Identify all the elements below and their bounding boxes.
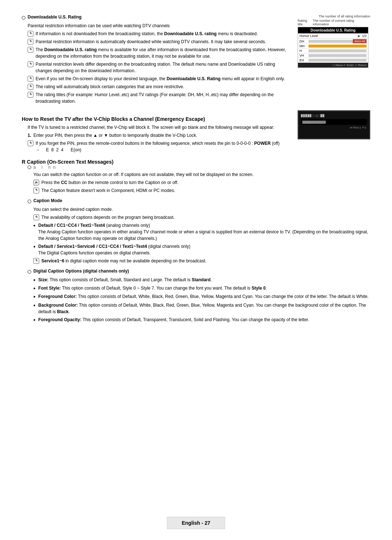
note-item-3: ✎ The Downloadable U.S. rating menu is a… bbox=[28, 46, 290, 60]
fg-opacity-text: Foreground Opacity: This option consists… bbox=[38, 316, 370, 323]
dh-row: DH Allow All bbox=[298, 39, 368, 44]
note-icon-service: ✎ bbox=[33, 258, 39, 264]
note-item-7: ✎ The rating titles (For example: Humor … bbox=[28, 91, 290, 105]
analog-caption-bullet: • Default / CC1~CC4 / Text1~Text4 (analo… bbox=[33, 222, 370, 242]
diagram-nav-text: ◇ Move ↵ Enter ⊃ Return bbox=[332, 64, 367, 67]
bullet-dot-2: • bbox=[33, 243, 36, 250]
caption-note-text-1: Press the CC button on the remote contro… bbox=[41, 179, 370, 186]
humor-level-value: 1/2 bbox=[362, 34, 367, 38]
note-text-1: If information is not downloaded from th… bbox=[36, 30, 290, 37]
fg-color-bullet: • Foreground Color: This option consists… bbox=[33, 293, 370, 300]
humor-level-label: Humor Level bbox=[299, 34, 356, 38]
emergency-escape-left: How to Reset the TV after the V-Chip Blo… bbox=[22, 110, 290, 155]
digital-options-header: Digital Caption Options (digital channel… bbox=[28, 269, 370, 275]
diagram-top-label: The number of all rating information bbox=[298, 15, 370, 18]
r-prefix: R bbox=[22, 159, 25, 165]
bullet-dot-bg: • bbox=[33, 302, 36, 309]
caption-heading-text: Caption (On-Screen Text Messages) bbox=[27, 159, 114, 165]
humor-level-arrow: ▶ bbox=[358, 34, 360, 38]
note-text-6: The rating will automatically block cert… bbox=[36, 83, 290, 90]
diagram-header: Downloadable U.S. Rating bbox=[298, 27, 368, 33]
digital-options-title: Digital Caption Options (digital channel… bbox=[33, 269, 129, 274]
emergency-escape-heading: How to Reset the TV after the V-Chip Blo… bbox=[22, 116, 290, 122]
downloadable-rating-intro: Parental restriction information can be … bbox=[28, 22, 290, 29]
h-bar bbox=[309, 49, 367, 52]
caption-mode-note: ✎ The availability of captions depends o… bbox=[33, 214, 370, 221]
font-style-text: Font Style: This option consists of Defa… bbox=[38, 285, 370, 291]
caption-section: R Caption (On-Screen Text Messages) a i … bbox=[22, 159, 370, 323]
humor-level-row: Humor Level ▶ 1/2 bbox=[298, 33, 368, 39]
font-style-bullet: • Font Style: This option consists of De… bbox=[33, 285, 370, 292]
service-note: ✎ Service1~6 in digital caption mode may… bbox=[33, 258, 370, 264]
tv-screen-text: █████░░▒░██ bbox=[301, 114, 367, 118]
rating-title-label: Rating title bbox=[298, 19, 313, 26]
digital-options-block: Digital Caption Options (digital channel… bbox=[28, 269, 370, 323]
circle-bullet-icon bbox=[22, 16, 25, 20]
dh-label: DH bbox=[299, 40, 309, 43]
dh-bar bbox=[309, 40, 353, 43]
downloadable-rating-section: Downloadable U.S. Rating Parental restri… bbox=[22, 15, 370, 106]
caption-note-text-2: The Caption feature doesn't work in Comp… bbox=[41, 187, 370, 194]
note-text-5: Even if you set the On-screen display to… bbox=[36, 75, 290, 82]
size-text: Size: This option consists of Default, S… bbox=[38, 277, 370, 283]
bg-color-bullet: • Background Color: This option consists… bbox=[33, 302, 370, 315]
caption-on-off-intro: You can switch the caption function on o… bbox=[33, 171, 370, 178]
bullet-dot-fg: • bbox=[33, 293, 36, 300]
mh-bar bbox=[309, 45, 367, 48]
footer-text: English - 27 bbox=[182, 520, 211, 526]
tv-bottom-text: ⊕ Retur p P p bbox=[301, 126, 367, 129]
note-icon-3: ✎ bbox=[28, 47, 33, 53]
tv-black-bar: █████████████ bbox=[301, 119, 367, 125]
digital-caption-text: Default / Service1~Service6 / CC1~CC4 / … bbox=[38, 243, 370, 256]
note-item-6: ✎ The rating will automatically block ce… bbox=[28, 83, 290, 90]
fg-opacity-bullet: • Foreground Opacity: This option consis… bbox=[33, 316, 370, 323]
tv-bar-text: █████████████ bbox=[302, 121, 326, 123]
downloadable-rating-header: Downloadable U.S. Rating bbox=[22, 15, 290, 21]
note-icon-5: ✎ bbox=[28, 76, 33, 82]
eh-bar bbox=[309, 59, 367, 62]
circle-bullet-caption bbox=[28, 165, 31, 169]
emergency-note: ✎ If you forget the PIN, press the remot… bbox=[28, 140, 290, 153]
caption-mode-block: Caption Mode You can select the desired … bbox=[28, 198, 370, 264]
caption-mode-title: Caption Mode bbox=[33, 198, 62, 203]
vh-label: VH bbox=[299, 54, 309, 57]
emergency-tv-screen-col: █████░░▒░██ █████████████ ⊕ Retur p P p bbox=[298, 110, 370, 155]
downloadable-rating-left: Downloadable U.S. Rating Parental restri… bbox=[22, 15, 290, 106]
h-row: H bbox=[298, 49, 368, 53]
note-icon-mode: ✎ bbox=[33, 214, 39, 220]
caption-mode-note-text: The availability of captions depends on … bbox=[41, 214, 370, 221]
current-rating-label: The number of current rating information bbox=[313, 19, 370, 26]
eh-label: EH bbox=[299, 58, 309, 62]
rating-diagram-box: Downloadable U.S. Rating Humor Level ▶ 1… bbox=[298, 27, 368, 68]
emergency-escape-section: How to Reset the TV after the V-Chip Blo… bbox=[22, 110, 370, 155]
caption-mode-header: Caption Mode bbox=[28, 198, 370, 205]
step-text-1: Enter your PIN, then press the ▲ or ▼ bu… bbox=[33, 132, 290, 139]
caption-note-1: ▶ Press the CC button on the remote cont… bbox=[33, 179, 370, 186]
caption-on-off-spaced: a i n bbox=[33, 165, 52, 170]
bg-color-text: Background Color: This option consists o… bbox=[38, 302, 370, 315]
caption-r-heading: R Caption (On-Screen Text Messages) bbox=[22, 159, 114, 165]
bullet-dot-opacity: • bbox=[33, 316, 36, 323]
emergency-escape-cols: How to Reset the TV after the V-Chip Blo… bbox=[22, 110, 370, 155]
size-bullet: • Size: This option consists of Default,… bbox=[33, 277, 370, 283]
page-content: Downloadable U.S. Rating Parental restri… bbox=[22, 15, 370, 323]
emergency-heading-text: How to Reset the TV after the V-Chip Blo… bbox=[22, 116, 205, 122]
note-icon-4: ✎ bbox=[28, 61, 33, 67]
note-text-3: The Downloadable U.S. rating menu is ava… bbox=[36, 46, 290, 60]
downloadable-rating-diagram: The number of all rating information Rat… bbox=[298, 15, 370, 106]
note-icon-7: ✎ bbox=[28, 92, 33, 98]
note-text-7: The rating titles (For example: Humor Le… bbox=[36, 91, 290, 105]
note-icon-6: ✎ bbox=[28, 84, 33, 90]
diagram-labels-row: Rating title The number of current ratin… bbox=[298, 19, 370, 26]
note-icon: ✎ bbox=[28, 31, 33, 37]
vh-bar bbox=[309, 54, 367, 57]
tv-screen: █████░░▒░██ █████████████ ⊕ Retur p P p bbox=[298, 110, 370, 139]
eh-row: EH bbox=[298, 58, 368, 63]
note-icon-cc1: ▶ bbox=[33, 180, 39, 185]
bullet-dot-size: • bbox=[33, 277, 36, 283]
caption-on-off-header: a i n n bbox=[28, 165, 370, 170]
caption-on-off-n: n bbox=[53, 165, 56, 170]
note-icon-cc2: ✎ bbox=[33, 188, 39, 193]
fg-color-text: Foreground Color: This option consists o… bbox=[38, 293, 370, 300]
h-label: H bbox=[299, 49, 309, 53]
